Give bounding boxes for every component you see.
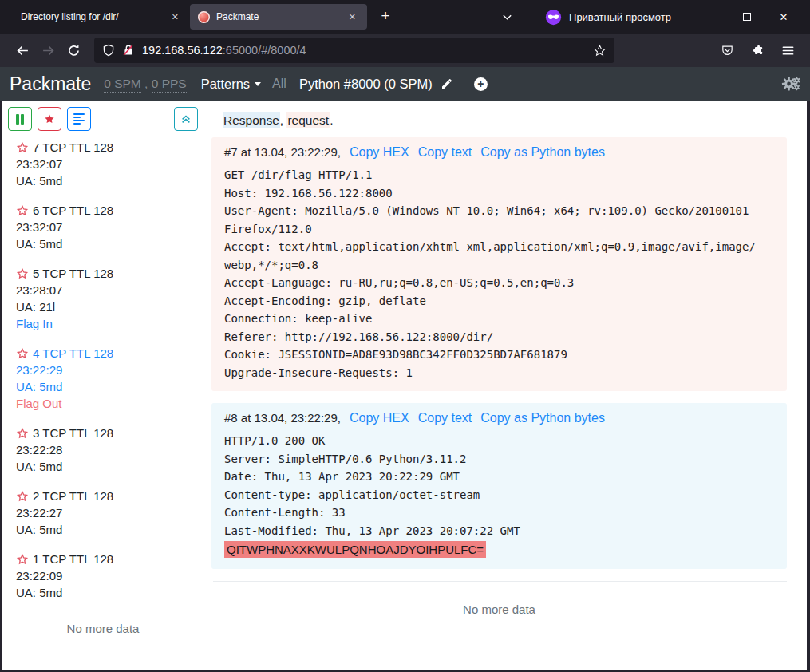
copy-python-bytes-link[interactable]: Copy as Python bytes: [480, 145, 605, 159]
content-area: 7 TCP TTL 128 23:32:07 UA: 5md 6 TCP TTL…: [0, 101, 810, 672]
stream-id-label: 4 TCP TTL 128: [33, 345, 113, 362]
insecure-lock-slash-icon[interactable]: [122, 44, 135, 57]
packet-header: #8 at 13.04, 23:22:29,Copy HEXCopy textC…: [224, 411, 774, 425]
packet-7-request: #7 at 13.04, 23:22:29,Copy HEXCopy textC…: [211, 137, 787, 391]
list-view-button[interactable]: [67, 107, 91, 131]
chevron-down-icon: [255, 82, 261, 86]
navigation-toolbar: 192.168.56.122:65000/#/8000/4: [0, 34, 810, 67]
stream-item-2[interactable]: 2 TCP TTL 128 23:22:27 UA: 5md: [16, 488, 190, 538]
close-tab-icon[interactable]: ✕: [168, 10, 182, 24]
toolbar-right-icons: [714, 38, 800, 63]
copy-python-bytes-link[interactable]: Copy as Python bytes: [480, 411, 605, 425]
favorite-star-icon[interactable]: [16, 553, 29, 566]
edit-service-pencil-icon[interactable]: [441, 77, 453, 90]
patterns-dropdown[interactable]: Patterns: [201, 77, 261, 92]
bookmark-star-icon[interactable]: [593, 44, 607, 57]
maximize-icon: [743, 13, 751, 21]
stream-item-7[interactable]: 7 TCP TTL 128 23:32:07 UA: 5md: [16, 139, 190, 189]
copy-text-link[interactable]: Copy text: [418, 145, 472, 159]
minimize-button[interactable]: —: [692, 3, 729, 30]
stream-item-1[interactable]: 1 TCP TTL 128 23:22:09 UA: 5md: [16, 551, 190, 601]
packmate-navbar: Packmate 0 SPM , 0 PPS Patterns All Pyth…: [0, 67, 810, 101]
stream-item-6[interactable]: 6 TCP TTL 128 23:32:07 UA: 5md: [16, 202, 190, 252]
packet-payload: GET /dir/flag HTTP/1.1 Host: 192.168.56.…: [224, 166, 757, 381]
packet-title: #8 at 13.04, 23:22:29,: [224, 411, 341, 425]
flag-match-highlight: QITWPHNAXXKWULPQNHOAJDYOIHPULFC=: [224, 541, 486, 558]
favorite-star-icon[interactable]: [16, 267, 29, 280]
response-legend: Response: [223, 112, 280, 128]
tab-bar: Directory listing for /dir/ ✕ Packmate ✕…: [0, 0, 810, 34]
stream-time: 23:22:28: [16, 441, 190, 458]
favorite-star-icon[interactable]: [16, 141, 29, 154]
extensions-puzzle-icon[interactable]: [745, 38, 770, 63]
reload-button[interactable]: [61, 38, 86, 63]
packet-direction-legend: Response, request.: [223, 113, 787, 128]
flag-out-link[interactable]: Flag Out: [16, 395, 190, 412]
url-text: 192.168.56.122:65000/#/8000/4: [142, 44, 306, 57]
stream-user-agent: UA: 5md: [16, 235, 190, 252]
add-service-plus-icon[interactable]: +: [474, 77, 488, 91]
all-services-link[interactable]: All: [272, 77, 286, 91]
stream-time: 23:32:07: [16, 219, 190, 235]
browser-tab-directory-listing[interactable]: Directory listing for /dir/ ✕: [13, 4, 190, 30]
new-tab-button[interactable]: +: [373, 5, 397, 29]
favorite-star-icon[interactable]: [16, 204, 29, 217]
stream-sidebar: 7 TCP TTL 128 23:32:07 UA: 5md 6 TCP TTL…: [2, 101, 203, 670]
stream-user-agent: UA: 5md: [16, 172, 190, 189]
copy-hex-link[interactable]: Copy HEX: [350, 145, 409, 159]
stream-item-5[interactable]: 5 TCP TTL 128 23:28:07 UA: 21l Flag In: [16, 265, 190, 332]
stream-item-3[interactable]: 3 TCP TTL 128 23:22:28 UA: 5md: [16, 425, 190, 475]
star-icon: [43, 113, 56, 125]
flag-in-link[interactable]: Flag In: [16, 315, 190, 332]
close-tab-icon[interactable]: ✕: [346, 10, 359, 24]
url-bar[interactable]: 192.168.56.122:65000/#/8000/4: [94, 38, 614, 63]
pause-icon: [16, 114, 19, 125]
stream-time: 23:22:29: [16, 362, 190, 378]
settings-cogs-icon[interactable]: [781, 75, 800, 93]
packet-8-response: #8 at 13.04, 23:22:29,Copy HEXCopy textC…: [211, 403, 787, 569]
private-browsing-mask-icon: [545, 9, 562, 26]
main-no-more-data: No more data: [211, 603, 787, 616]
collapse-sidebar-button[interactable]: [174, 107, 198, 131]
packet-header: #7 at 13.04, 23:22:29,Copy HEXCopy textC…: [224, 145, 774, 160]
stream-id-label: 5 TCP TTL 128: [33, 265, 113, 282]
private-browsing-badge: Приватный просмотр: [545, 9, 671, 26]
favorites-filter-button[interactable]: [38, 107, 61, 131]
stream-id-label: 7 TCP TTL 128: [33, 139, 113, 156]
stream-user-agent: UA: 5md: [16, 584, 190, 601]
browser-tab-packmate[interactable]: Packmate ✕: [190, 4, 367, 30]
favorite-star-icon[interactable]: [16, 347, 29, 360]
favorite-star-icon[interactable]: [16, 490, 29, 503]
service-python-8000[interactable]: Python #8000 (0 SPM): [299, 77, 433, 92]
private-browsing-label: Приватный просмотр: [569, 11, 671, 23]
service-spm-stat: 0 SPM: [389, 77, 429, 93]
forward-button[interactable]: [35, 38, 61, 63]
request-legend: request: [286, 112, 330, 128]
stream-time: 23:32:07: [16, 156, 190, 172]
stream-id-label: 6 TCP TTL 128: [33, 202, 113, 219]
stream-time: 23:28:07: [16, 282, 190, 298]
maximize-button[interactable]: [729, 3, 765, 30]
menu-hamburger-icon[interactable]: [775, 38, 800, 63]
traffic-stats: 0 SPM , 0 PPS: [104, 77, 186, 91]
pps-stat: 0 PPS: [152, 77, 187, 93]
sidebar-no-more-data: No more data: [16, 622, 190, 635]
spm-stat: 0 SPM: [104, 77, 141, 93]
close-window-button[interactable]: ✕: [765, 3, 802, 30]
url-host: 192.168.56.122: [142, 44, 223, 57]
copy-hex-link[interactable]: Copy HEX: [350, 411, 409, 425]
tracking-protection-shield-icon[interactable]: [102, 44, 115, 57]
stream-time: 23:22:27: [16, 504, 190, 521]
favorite-star-icon[interactable]: [16, 427, 29, 440]
content-divider: [213, 581, 787, 582]
brand-packmate[interactable]: Packmate: [10, 73, 91, 95]
pause-capture-button[interactable]: [8, 107, 32, 131]
stream-item-4-selected[interactable]: 4 TCP TTL 128 23:22:29 UA: 5md Flag Out: [16, 345, 190, 412]
list-all-tabs-chevron-icon[interactable]: [495, 5, 519, 29]
url-path: :65000/#/8000/4: [223, 44, 306, 57]
pocket-icon[interactable]: [714, 38, 740, 63]
back-button[interactable]: [10, 38, 35, 63]
angles-up-icon: [180, 113, 192, 125]
browser-window: Directory listing for /dir/ ✕ Packmate ✕…: [0, 0, 810, 672]
copy-text-link[interactable]: Copy text: [418, 411, 472, 425]
